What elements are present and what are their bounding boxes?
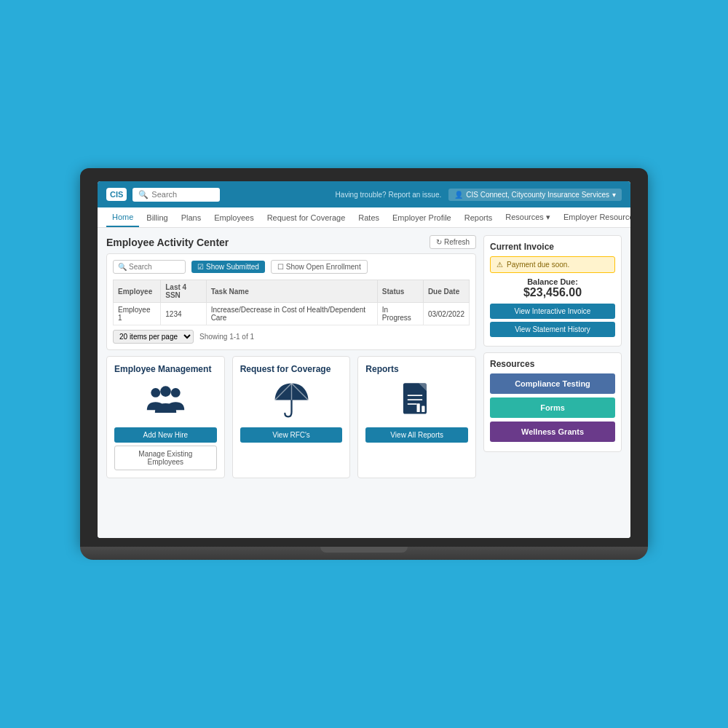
table-body: Employee 1 1234 Increase/Decrease in Cos… (114, 303, 470, 325)
manage-employees-button[interactable]: Manage Existing Employees (114, 446, 217, 470)
col-due-date: Due Date (423, 280, 469, 303)
svg-rect-11 (422, 406, 424, 412)
nav-rates[interactable]: Rates (352, 209, 385, 226)
search-input[interactable] (151, 190, 214, 199)
nav-employer-resources[interactable]: Employer Resources ▾ (558, 208, 630, 226)
laptop-wrapper: CIS 🔍 Having trouble? Report an issue. 👤… (80, 168, 648, 560)
request-coverage-title: Request for Coverage (240, 364, 343, 374)
current-invoice: Current Invoice ⚠ Payment due soon. Bala… (483, 235, 622, 347)
nav-employer-profile[interactable]: Employer Profile (387, 209, 457, 226)
wellness-grants-button[interactable]: Wellness Grants (490, 422, 615, 442)
forms-button[interactable]: Forms (490, 397, 615, 418)
checkbox-icon: ☑ (197, 263, 204, 271)
nav-billing[interactable]: Billing (141, 209, 173, 226)
refresh-icon: ↻ (436, 238, 442, 246)
svg-rect-12 (417, 403, 420, 412)
trouble-text: Having trouble? Report an issue. (336, 191, 442, 199)
chevron-down-icon: ▾ (612, 191, 616, 199)
filter-row: 🔍 ☑ Show Submitted ☐ Show Open Enrollmen… (113, 260, 470, 274)
svg-point-2 (160, 386, 171, 397)
col-employee: Employee (114, 280, 161, 303)
cell-task: Increase/Decrease in Cost of Health/Depe… (206, 303, 377, 325)
col-ssn: Last 4 SSN (161, 280, 206, 303)
payment-alert-text: Payment due soon. (507, 261, 569, 269)
compliance-testing-button[interactable]: Compliance Testing (490, 373, 615, 394)
nav-employees[interactable]: Employees (208, 209, 259, 226)
interactive-invoice-button[interactable]: View Interactive Invoice (490, 304, 615, 319)
show-open-enrollment-btn[interactable]: ☐ Show Open Enrollment (271, 260, 368, 274)
add-new-hire-button[interactable]: Add New Hire (114, 427, 217, 443)
activity-center-title: Employee Activity Center (106, 237, 229, 248)
view-rfcs-button[interactable]: View RFC's (240, 427, 343, 443)
cell-ssn: 1234 (161, 303, 206, 325)
user-menu[interactable]: 👤 CIS Connect, Citycounty Insurance Serv… (448, 189, 622, 201)
warning-icon: ⚠ (496, 261, 503, 269)
svg-point-0 (151, 388, 160, 397)
laptop-bezel: CIS 🔍 Having trouble? Report an issue. 👤… (80, 168, 648, 547)
people-icon (114, 380, 217, 420)
activity-table: Employee Last 4 SSN Task Name Status Due… (113, 280, 470, 325)
per-page-select[interactable]: 20 items per page (113, 330, 194, 344)
cards-row: Employee Management (106, 356, 476, 478)
nav-request-for-coverage[interactable]: Request for Coverage (261, 209, 352, 226)
main-content: Employee Activity Center ↻ Refresh 🔍 (98, 228, 630, 538)
right-panel: Current Invoice ⚠ Payment due soon. Bala… (483, 235, 622, 531)
resources-section: Resources Compliance Testing Forms Welln… (483, 352, 622, 452)
cell-employee: Employee 1 (114, 303, 161, 325)
svg-point-1 (171, 388, 181, 397)
table-header-row: Employee Last 4 SSN Task Name Status Due… (114, 280, 470, 303)
header-right: Having trouble? Report an issue. 👤 CIS C… (336, 189, 622, 201)
statement-history-button[interactable]: View Statement History (490, 322, 615, 337)
employee-management-card: Employee Management (106, 356, 225, 478)
app-header: CIS 🔍 Having trouble? Report an issue. 👤… (98, 181, 630, 207)
user-menu-label: CIS Connect, Citycounty Insurance Servic… (466, 191, 609, 199)
nav-resources[interactable]: Resources ▾ (499, 208, 556, 226)
filter-search-input[interactable] (129, 263, 180, 271)
header-left: CIS 🔍 (106, 188, 220, 202)
activity-center: 🔍 ☑ Show Submitted ☐ Show Open Enrollmen… (106, 253, 476, 350)
nav-home[interactable]: Home (106, 208, 139, 227)
col-task: Task Name (206, 280, 377, 303)
employee-management-title: Employee Management (114, 364, 217, 374)
resources-title: Resources (490, 359, 615, 369)
report-icon (365, 380, 468, 420)
show-open-enrollment-label: Show Open Enrollment (286, 263, 361, 271)
nav-reports[interactable]: Reports (459, 209, 499, 226)
search-icon: 🔍 (138, 190, 149, 199)
request-coverage-card: Request for Coverage (232, 356, 351, 478)
refresh-label: Refresh (444, 238, 470, 246)
checkbox-empty-icon: ☐ (277, 263, 284, 271)
activity-center-header: Employee Activity Center ↻ Refresh (106, 235, 476, 249)
payment-alert: ⚠ Payment due soon. (490, 256, 615, 273)
laptop-screen: CIS 🔍 Having trouble? Report an issue. 👤… (98, 181, 630, 538)
reports-card: Reports (357, 356, 476, 478)
invoice-title: Current Invoice (490, 242, 615, 252)
left-panel: Employee Activity Center ↻ Refresh 🔍 (106, 235, 483, 531)
filter-search-box[interactable]: 🔍 (113, 260, 186, 274)
view-all-reports-button[interactable]: View All Reports (365, 427, 468, 443)
filter-search-icon: 🔍 (118, 263, 127, 271)
show-submitted-label: Show Submitted (206, 263, 259, 271)
cell-status: In Progress (377, 303, 423, 325)
cell-due-date: 03/02/2022 (423, 303, 469, 325)
balance-amount: $23,456.00 (490, 286, 615, 299)
logo-badge: CIS (106, 188, 127, 201)
reports-title: Reports (365, 364, 468, 374)
table-row: Employee 1 1234 Increase/Decrease in Cos… (114, 303, 470, 325)
laptop-base (80, 547, 648, 560)
user-icon: 👤 (454, 191, 463, 199)
nav-plans[interactable]: Plans (175, 209, 207, 226)
nav-bar: Home Billing Plans Employees Request for… (98, 207, 630, 228)
refresh-button[interactable]: ↻ Refresh (430, 235, 476, 249)
search-box[interactable]: 🔍 (132, 188, 220, 202)
umbrella-icon (240, 380, 343, 420)
table-head: Employee Last 4 SSN Task Name Status Due… (114, 280, 470, 303)
show-submitted-btn[interactable]: ☑ Show Submitted (191, 261, 265, 273)
col-status: Status (377, 280, 423, 303)
balance-label: Balance Due: (490, 277, 615, 286)
table-footer: 20 items per page Showing 1-1 of 1 (113, 330, 470, 344)
showing-count: Showing 1-1 of 1 (199, 333, 254, 341)
